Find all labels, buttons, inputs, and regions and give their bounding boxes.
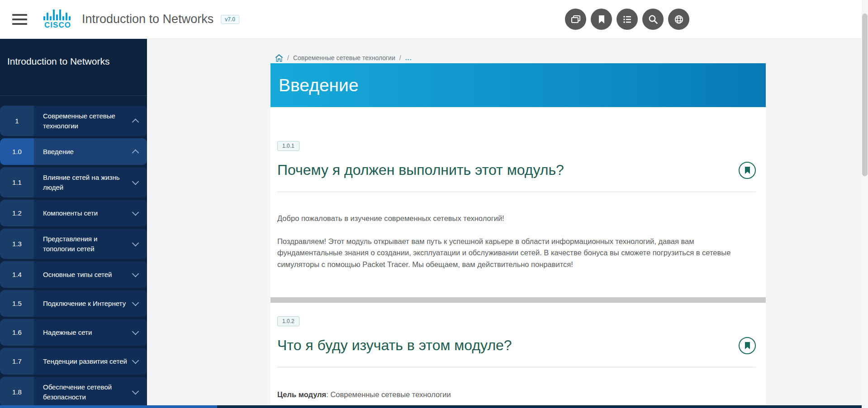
topic-number-badge: 1.0.2 (277, 316, 299, 326)
item-label: Обеспечение сетевой безопасности (34, 377, 147, 407)
breadcrumb-more-link[interactable]: ... (405, 54, 412, 61)
breadcrumb: / Современные сетевые технологии / ... (275, 54, 868, 62)
topic-number-badge: 1.0.1 (277, 141, 299, 151)
main-content-area: / Современные сетевые технологии / ... В… (147, 39, 868, 408)
item-number: 1.8 (0, 377, 34, 407)
item-number: 1.4 (0, 261, 34, 288)
item-label: Компоненты сети (34, 200, 147, 226)
cisco-wordmark: CISCO (44, 21, 71, 30)
sidebar-divider (0, 95, 147, 96)
content-card: Введение 1.0.1 Почему я должен выполнить… (270, 63, 766, 408)
sidebar-item-1.3[interactable]: 1.3 Представления и топологии сетей (0, 229, 147, 259)
section-1.0.2: 1.0.2 Что я буду изучать в этом модуле? … (270, 303, 766, 401)
sidebar-item-1.0[interactable]: 1.0 Введение (0, 138, 147, 165)
sidebar-item-1.8[interactable]: 1.8 Обеспечение сетевой безопасности (0, 377, 147, 407)
course-progress-bar (0, 405, 868, 408)
breadcrumb-module-link[interactable]: Современные сетевые технологии (293, 54, 395, 61)
bookmark-icon (745, 342, 750, 349)
banner-title: Введение (279, 75, 359, 95)
item-number: 1.3 (0, 229, 34, 259)
section-rule (277, 192, 756, 192)
globe-icon (673, 14, 685, 25)
search-icon (647, 14, 659, 25)
bookmark-topic-button[interactable] (739, 162, 756, 179)
language-button[interactable] (668, 9, 689, 30)
item-number: 1.1 (0, 167, 34, 197)
section-1.0.1: 1.0.1 Почему я должен выполнить этот мод… (270, 107, 766, 270)
item-number: 1.5 (0, 290, 34, 317)
course-title: Introduction to Networks (82, 12, 213, 26)
item-number: 1.0 (0, 138, 34, 165)
item-number: 1.2 (0, 200, 34, 226)
item-label: Основные типы сетей (34, 261, 147, 288)
pages-icon (570, 14, 582, 25)
item-label: Подключение к Интернету (34, 290, 147, 317)
section-divider-bar (270, 297, 766, 303)
bookmark-topic-button[interactable] (739, 337, 756, 354)
sidebar-item-1.7[interactable]: 1.7 Тенденции развития сетей (0, 348, 147, 375)
breadcrumb-separator: / (287, 54, 289, 61)
item-label: Надежные сети (34, 319, 147, 346)
item-label: Современные сетевые технологии (34, 106, 147, 136)
sidebar-item-1[interactable]: 1 Современные сетевые технологии (0, 106, 147, 136)
breadcrumb-separator: / (399, 54, 401, 61)
version-badge: v7.0 (221, 15, 239, 24)
paragraph: Добро пожаловать в изучение современных … (277, 213, 743, 225)
sidebar-item-1.1[interactable]: 1.1 Влияние сетей на жизнь людей (0, 167, 147, 197)
hamburger-menu-icon[interactable] (12, 14, 27, 25)
sidebar-item-1.4[interactable]: 1.4 Основные типы сетей (0, 261, 147, 288)
sidebar-item-1.2[interactable]: 1.2 Компоненты сети (0, 200, 147, 226)
toc-button[interactable] (617, 9, 638, 30)
app-header: CISCO Introduction to Networks v7.0 (0, 0, 868, 39)
section-banner: Введение (270, 63, 766, 107)
sidebar-course-title: Introduction to Networks (0, 39, 147, 95)
pages-button[interactable] (565, 9, 586, 30)
cisco-logo-bars (43, 9, 72, 20)
cisco-logo: CISCO (43, 9, 72, 30)
search-button[interactable] (642, 9, 664, 30)
sidebar-item-1.5[interactable]: 1.5 Подключение к Интернету (0, 290, 147, 317)
topic-title: Что я буду изучать в этом модуле? (277, 337, 730, 354)
list-icon (621, 14, 633, 25)
item-number: 1.6 (0, 319, 34, 346)
header-actions (565, 9, 689, 30)
bookmarks-button[interactable] (591, 9, 612, 30)
goal-label: Цель модуля (277, 390, 326, 399)
item-number: 1.7 (0, 348, 34, 375)
course-sidebar: Introduction to Networks 1 Современные с… (0, 39, 147, 408)
page-scrollbar-track[interactable] (862, 0, 868, 408)
topic-title: Почему я должен выполнить этот модуль? (277, 162, 730, 178)
goal-text: : Современные сетевые технологии (326, 390, 451, 399)
item-label: Влияние сетей на жизнь людей (34, 167, 147, 197)
item-number: 1 (0, 106, 34, 136)
paragraph: Поздравляем! Этот модуль открывает вам п… (277, 236, 743, 271)
home-icon[interactable] (275, 54, 283, 62)
bookmark-icon (596, 14, 607, 25)
module-goal-line: Цель модуля: Современные сетевые техноло… (277, 389, 743, 401)
section-rule (277, 367, 756, 367)
item-label: Введение (34, 138, 147, 165)
page-scrollbar-thumb[interactable] (862, 14, 868, 176)
item-label: Тенденции развития сетей (34, 348, 147, 375)
item-label: Представления и топологии сетей (34, 229, 147, 259)
sidebar-item-1.6[interactable]: 1.6 Надежные сети (0, 319, 147, 346)
bookmark-icon (745, 167, 750, 174)
course-progress-fill (0, 405, 217, 408)
module-nav-list: 1 Современные сетевые технологии 1.0 Вве… (0, 106, 147, 407)
